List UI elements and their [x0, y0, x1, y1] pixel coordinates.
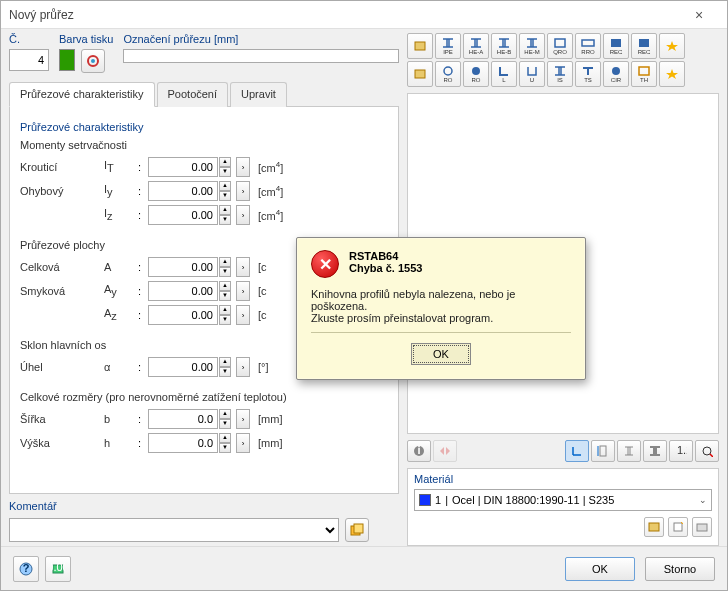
svg-rect-8	[639, 39, 649, 47]
material-select[interactable]: 1 | Ocel | DIN 18800:1990-11 | S235 ⌄	[414, 489, 712, 511]
area-a-input[interactable]	[148, 257, 218, 277]
profile-L-2[interactable]: L	[491, 61, 517, 87]
view-solid-button[interactable]	[643, 440, 667, 462]
close-icon[interactable]: ×	[679, 7, 719, 23]
error-title: RSTAB64	[349, 250, 422, 262]
error-subtitle: Chyba č. 1553	[349, 262, 422, 274]
bend-y-input[interactable]	[148, 181, 218, 201]
torsion-input[interactable]	[148, 157, 218, 177]
group-moments: Momenty setrvačnosti	[20, 139, 388, 151]
svg-rect-18	[650, 446, 660, 448]
view-values-button[interactable]: 1.2	[669, 440, 693, 462]
spin-up[interactable]: ▲	[219, 157, 231, 167]
error-line1: Knihovna profilů nebyla nalezena, nebo j…	[311, 288, 571, 312]
profile-book[interactable]	[407, 33, 433, 59]
window-title: Nový průřez	[9, 8, 679, 22]
svg-text:1.2: 1.2	[677, 445, 687, 456]
error-icon: ✕	[311, 250, 339, 278]
area-az-input[interactable]	[148, 305, 218, 325]
material-new-button[interactable]	[668, 517, 688, 537]
profile-HE-M[interactable]: HE-M	[519, 33, 545, 59]
svg-point-10	[444, 67, 452, 75]
error-line2: Zkuste prosím přeinstalovat program.	[311, 312, 571, 324]
profile-HE-B[interactable]: HE-B	[491, 33, 517, 59]
description-input[interactable]	[123, 49, 399, 63]
svg-rect-19	[650, 454, 660, 456]
comment-select[interactable]	[9, 518, 339, 542]
comment-library-button[interactable]	[345, 518, 369, 542]
svg-point-1	[91, 59, 95, 63]
cancel-button[interactable]: Storno	[645, 557, 715, 581]
profile-HE-A[interactable]: HE-A	[463, 33, 489, 59]
tab-characteristics[interactable]: Průřezové charakteristiky	[9, 82, 155, 107]
profile-IPE[interactable]: IPE	[435, 33, 461, 59]
svg-rect-24	[697, 524, 707, 531]
width-input[interactable]	[148, 409, 218, 429]
area-ay-input[interactable]	[148, 281, 218, 301]
material-color-icon	[419, 494, 431, 506]
svg-text:?: ?	[23, 562, 30, 574]
ok-button[interactable]: OK	[565, 557, 635, 581]
angle-input[interactable]	[148, 357, 218, 377]
height-input[interactable]	[148, 433, 218, 453]
svg-rect-16	[600, 446, 606, 456]
profile-RO-2[interactable]: RO	[435, 61, 461, 87]
material-title: Materiál	[414, 473, 712, 485]
row-bend-z: Iz : ▲▼ › [cm4]	[20, 203, 388, 227]
profile-star-2[interactable]	[659, 61, 685, 87]
profile-REC[interactable]: REC	[631, 33, 657, 59]
group-comment: Komentář	[9, 500, 399, 512]
bend-z-input[interactable]	[148, 205, 218, 225]
svg-rect-4	[415, 42, 425, 50]
view-dims-button[interactable]	[591, 440, 615, 462]
desc-label: Označení průřezu [mm]	[123, 33, 399, 45]
profile-book-2[interactable]	[407, 61, 433, 87]
chevron-down-icon: ⌄	[699, 495, 707, 505]
svg-rect-3	[354, 524, 363, 533]
tab-rotation[interactable]: Pootočení	[157, 82, 229, 107]
color-picker-button[interactable]	[81, 49, 105, 73]
titlebar: Nový průřez ×	[1, 1, 727, 29]
svg-point-11	[472, 67, 480, 75]
material-edit-button[interactable]	[692, 517, 712, 537]
svg-point-21	[703, 447, 711, 455]
help-button[interactable]: ?	[13, 556, 39, 582]
color-label: Barva tisku	[59, 33, 113, 45]
spin-down[interactable]: ▼	[219, 167, 231, 177]
profile-CIR-2[interactable]: CIR	[603, 61, 629, 87]
material-library-button[interactable]	[644, 517, 664, 537]
profile-TH-2[interactable]: TH	[631, 61, 657, 87]
svg-rect-7	[611, 39, 621, 47]
stress-button[interactable]	[433, 440, 457, 462]
profile-REC[interactable]: REC	[603, 33, 629, 59]
row-height: Výška h : ▲▼ › [mm]	[20, 431, 388, 455]
tab-bar: Průřezové charakteristiky Pootočení Upra…	[9, 81, 399, 107]
tab-edit[interactable]: Upravit	[230, 82, 287, 107]
profile-RO-2[interactable]: RO	[463, 61, 489, 87]
profile-QRO[interactable]: QRO	[547, 33, 573, 59]
error-dialog: ✕ RSTAB64 Chyba č. 1553 Knihovna profilů…	[296, 237, 586, 380]
view-axes-button[interactable]	[565, 440, 589, 462]
material-text: Ocel | DIN 18800:1990-11 | S235	[452, 494, 614, 506]
dialog-window: Nový průřez × Č. Barva tisku	[0, 0, 728, 591]
profile-RRO[interactable]: RRO	[575, 33, 601, 59]
row-bend-y: Ohybový Iy : ▲▼ › [cm4]	[20, 179, 388, 203]
svg-rect-9	[415, 70, 425, 78]
view-print-button[interactable]	[695, 440, 719, 462]
number-input[interactable]	[9, 49, 49, 71]
color-swatch[interactable]	[59, 49, 75, 71]
view-section-button[interactable]	[617, 440, 641, 462]
units-button[interactable]: 0.00	[45, 556, 71, 582]
info-button[interactable]: i	[407, 440, 431, 462]
row-torsion: Krouticí IT : ▲▼ › [cm4]	[20, 155, 388, 179]
material-index: 1	[435, 494, 441, 506]
step-button[interactable]: ›	[236, 157, 250, 177]
profile-U-2[interactable]: U	[519, 61, 545, 87]
profile-star[interactable]	[659, 33, 685, 59]
dialog-footer: ? 0.00 OK Storno	[1, 546, 727, 590]
error-ok-button[interactable]: OK	[411, 343, 471, 365]
profile-TS-2[interactable]: TS	[575, 61, 601, 87]
svg-rect-23	[674, 523, 682, 531]
profile-IS-2[interactable]: IS	[547, 61, 573, 87]
profile-library-grid: IPEHE-AHE-BHE-MQRORRORECRECROROLUISTSCIR…	[407, 33, 719, 87]
